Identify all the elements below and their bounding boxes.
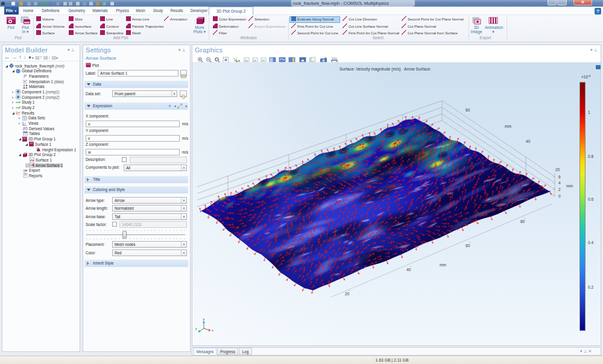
- svg-text:x: x: [212, 328, 213, 332]
- svg-text:60: 60: [466, 243, 470, 248]
- svg-text:P: P: [24, 74, 27, 78]
- svg-text:0: 0: [558, 194, 561, 198]
- svg-text:Surface: Velocity magnitude (m: Surface: Velocity magnitude (m/s) Arrow …: [339, 67, 431, 72]
- svg-text:y: y: [195, 327, 197, 330]
- svg-text:20: 20: [555, 168, 560, 172]
- svg-text:40: 40: [526, 139, 531, 143]
- svg-text:2: 2: [558, 187, 561, 192]
- svg-text:mm: mm: [566, 184, 573, 188]
- svg-text:60: 60: [466, 108, 470, 112]
- svg-text:6: 6: [558, 175, 561, 179]
- svg-text:40: 40: [406, 268, 411, 272]
- svg-text:mm: mm: [505, 124, 511, 128]
- svg-text:mm: mm: [440, 263, 446, 267]
- svg-text:4: 4: [558, 181, 561, 185]
- svg-text:5: 5: [25, 127, 28, 131]
- svg-text:20: 20: [345, 292, 350, 296]
- svg-text:80: 80: [520, 219, 525, 224]
- svg-text:z: z: [203, 318, 205, 321]
